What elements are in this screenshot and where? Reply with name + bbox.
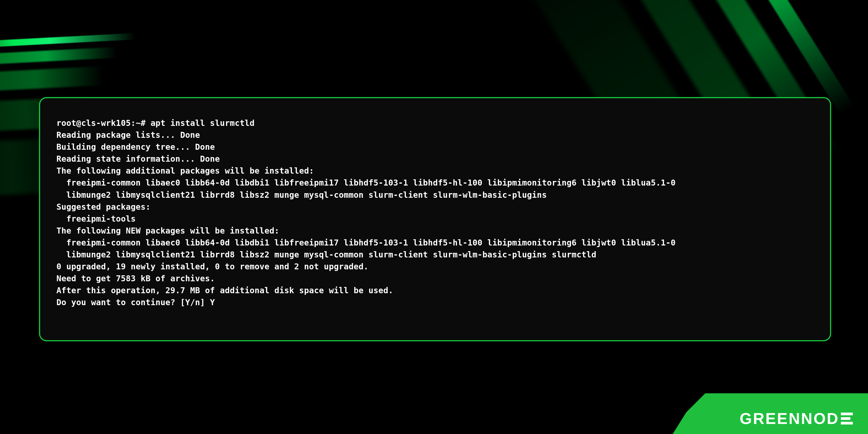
terminal-line: The following additional packages will b…	[56, 166, 314, 176]
terminal-line: The following NEW packages will be insta…	[56, 226, 279, 236]
terminal-line: Do you want to continue? [Y/n] Y	[56, 298, 215, 307]
terminal-output: root@cls-wrk105:~# apt install slurmctld…	[56, 117, 814, 309]
terminal-line: Reading state information... Done	[56, 154, 220, 163]
terminal-line: 0 upgraded, 19 newly installed, 0 to rem…	[56, 262, 368, 271]
terminal-line: freeipmi-common libaec0 libb64-0d libdbi…	[56, 178, 676, 187]
terminal-line: Reading package lists... Done	[56, 130, 200, 140]
terminal-line: Building dependency tree... Done	[56, 142, 215, 152]
brand-badge: GREENNOD	[673, 393, 868, 434]
terminal-line: freeipmi-common libaec0 libb64-0d libdbi…	[56, 238, 676, 247]
brand-e-glyph-icon	[841, 412, 853, 425]
terminal-line: Suggested packages:	[56, 202, 151, 212]
terminal-line: After this operation, 29.7 MB of additio…	[56, 286, 393, 295]
terminal-command: apt install slurmctld	[151, 118, 255, 128]
brand-name-text: GREENNOD	[740, 409, 839, 428]
brand-logo: GREENNOD	[740, 409, 853, 428]
terminal-line: Need to get 7583 kB of archives.	[56, 274, 215, 283]
terminal-prompt: root@cls-wrk105:~#	[56, 118, 146, 128]
terminal-line: libmunge2 libmysqlclient21 librrd8 libsz…	[56, 190, 547, 199]
terminal-window[interactable]: root@cls-wrk105:~# apt install slurmctld…	[39, 97, 831, 341]
terminal-line: freeipmi-tools	[56, 214, 135, 223]
terminal-line: libmunge2 libmysqlclient21 librrd8 libsz…	[56, 250, 596, 259]
